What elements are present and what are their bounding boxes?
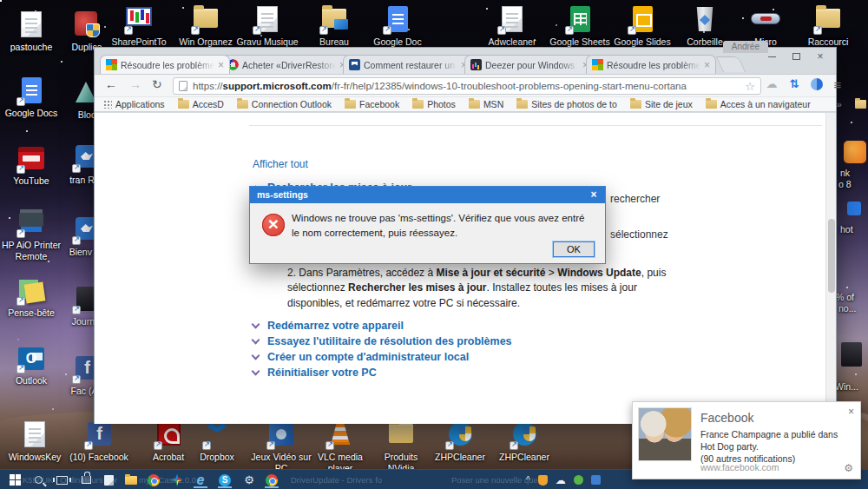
shortcut-arrow-icon <box>813 26 822 35</box>
close-button[interactable]: × <box>808 50 832 65</box>
notification-settings-icon[interactable]: ⚙ <box>844 462 853 474</box>
desktop-icon-google-sheets[interactable]: Google Sheets <box>549 5 611 48</box>
edge-taskbar-button[interactable]: e <box>191 472 210 488</box>
bookmark-outlook[interactable]: Connection Outlook <box>237 99 332 109</box>
dialog-title-bar[interactable]: ms-settings × <box>250 187 605 203</box>
shortcut-arrow-icon <box>72 164 81 173</box>
section-reset-pc[interactable]: Réinitialiser votre PC <box>253 367 377 379</box>
section-admin-account[interactable]: Créer un compte d'administrateur local <box>253 351 469 363</box>
desktop-icon-pastouche[interactable]: pastouche <box>0 10 62 53</box>
desktop-icon-youtube[interactable]: YouTube <box>0 144 62 187</box>
notification-photo <box>638 407 692 461</box>
folder-icon <box>412 100 424 109</box>
tab-resoudre-1[interactable]: Résoudre les problèmes d × <box>100 55 230 74</box>
skype-icon: S <box>219 474 231 486</box>
cloud-tray-icon[interactable]: ☁ <box>556 474 566 486</box>
store-button[interactable] <box>76 472 95 488</box>
bookmark-photos[interactable]: Photos <box>412 99 456 109</box>
blue-tray-icon[interactable] <box>591 475 601 485</box>
facebook-notification-toast[interactable]: × Facebook France Champagne a publié dan… <box>632 401 861 479</box>
desktop-icon-jeux-video[interactable]: Jeux Vidéo sur PC <box>250 420 312 473</box>
skype-taskbar-button[interactable]: S <box>215 472 234 488</box>
desktop-icon-facebook-10[interactable]: f(10) Facebook <box>68 420 130 463</box>
back-button[interactable]: ← <box>105 77 117 91</box>
scrollbar-thumb[interactable] <box>828 219 835 293</box>
address-bar[interactable]: https://support.microsoft.com/fr-fr/help… <box>173 77 761 95</box>
microsoft-favicon-icon <box>592 59 603 70</box>
swirl-extension-icon[interactable] <box>808 77 825 93</box>
new-tab-button[interactable] <box>716 56 746 72</box>
dialog-close-icon[interactable]: × <box>582 187 605 203</box>
tab-resoudre-2[interactable]: Résoudre les problèmes d × <box>586 55 716 74</box>
taskbar-search-button[interactable] <box>29 472 48 488</box>
notes-app-button[interactable] <box>99 472 118 488</box>
desktop-icon-raccourci[interactable]: Raccourci <box>797 5 859 48</box>
folder-icon <box>389 424 413 443</box>
settings-taskbar-button[interactable]: ⚙ <box>240 472 259 488</box>
maximize-button[interactable] <box>784 50 808 65</box>
start-button[interactable] <box>5 472 24 488</box>
folder-icon <box>345 100 356 109</box>
folder-icon <box>516 100 528 109</box>
desktop-icon-windowskey[interactable]: WindowsKey <box>3 420 66 463</box>
ok-button[interactable]: OK <box>553 241 595 257</box>
desktop-icon-nvidia-folder[interactable]: Produits NVidia <box>370 420 432 473</box>
bookmark-star-icon[interactable]: ☆ <box>745 80 755 93</box>
desktop-icon-doc-1[interactable]: Gravu Musique <box>236 5 299 48</box>
desktop-icon-zhpcleaner-2[interactable]: ZHPCleaner <box>493 420 556 463</box>
forward-button[interactable]: → <box>129 77 141 91</box>
desktop-icon-dropbox[interactable]: Dropbox <box>186 420 248 463</box>
bookmark-msn[interactable]: MSN <box>469 99 503 109</box>
page-scrollbar[interactable] <box>825 113 836 424</box>
tab-comment-restaurer[interactable]: Comment restaurer un p × <box>343 55 473 74</box>
desktop-icon-bureau[interactable]: Bureau <box>303 5 365 48</box>
shortcut-arrow-icon <box>202 441 211 450</box>
desktop-icon-google-slides[interactable]: Google Slides <box>611 5 674 48</box>
shortcut-arrow-icon <box>16 229 25 238</box>
section-troubleshooter[interactable]: Essayez l'utilitaire de résolution des p… <box>253 335 512 347</box>
desktop-icon-fragment[interactable] <box>840 139 868 165</box>
bookmark-navigateur[interactable]: Acces à un navigateur <box>706 99 811 109</box>
section-restart-device[interactable]: Redémarrez votre appareil <box>253 320 404 332</box>
tab-close-icon[interactable]: × <box>218 59 224 71</box>
bookmark-applications[interactable]: Applications <box>103 99 165 109</box>
desktop-icon-folder-1[interactable]: Win Organez <box>174 5 237 48</box>
tab-deezer[interactable]: Deezer pour Windows × <box>464 55 595 74</box>
desktop-icon-hp-printer[interactable]: HP AiO Printer Remote <box>0 208 62 261</box>
bookmark-sites-photos[interactable]: Sites de photos de to <box>516 99 617 109</box>
desktop-icon-sharepoint[interactable]: SharePointTo <box>108 5 170 48</box>
desktop-icon-gdoc-top[interactable]: Google Doc <box>366 5 429 48</box>
updown-extension-icon[interactable]: ⇅ <box>786 77 803 90</box>
recycle-bin-icon <box>695 7 714 31</box>
file-explorer-button[interactable] <box>122 472 141 488</box>
toast-close-icon[interactable]: × <box>848 406 854 418</box>
desktop-icon-fragment[interactable] <box>837 340 866 370</box>
other-bookmarks[interactable]: Autres favoris <box>855 99 868 109</box>
tray-chevron-icon[interactable]: ^ <box>526 475 530 485</box>
cloud-extension-icon[interactable]: ☁ <box>763 77 780 90</box>
desktop-icon-outlook[interactable]: OOutlook <box>0 344 62 387</box>
desktop-icon-adwcleaner[interactable]: Adwcleaner <box>481 5 543 48</box>
tab-driverrestore[interactable]: Acheter «DriverRestore × <box>221 55 352 74</box>
green-status-icon[interactable] <box>574 475 583 485</box>
minimize-button[interactable] <box>760 50 784 65</box>
shortcut-arrow-icon <box>72 375 81 384</box>
chrome-menu-icon[interactable]: ≡ <box>829 77 846 92</box>
security-shield-icon[interactable] <box>538 475 548 486</box>
desktop-icon-zhpcleaner-1[interactable]: ZHPCleaner <box>429 420 491 463</box>
bookmark-accesd[interactable]: AccesD <box>178 99 224 109</box>
bookmark-facebook[interactable]: Facebook <box>345 99 399 109</box>
desktop-icon-vlc[interactable]: VLC media player <box>309 420 372 473</box>
reload-button[interactable]: ↻ <box>152 77 162 91</box>
desktop-icon-pense-bete[interactable]: Pense-bête <box>0 276 62 319</box>
bookmarks-overflow-icon[interactable]: » <box>837 99 842 109</box>
chrome-taskbar-button[interactable] <box>144 472 163 488</box>
desktop-icon-fragment[interactable] <box>840 196 868 219</box>
task-view-button[interactable] <box>52 472 71 488</box>
photos-app-button[interactable] <box>168 472 187 488</box>
bookmark-site-jeux[interactable]: Site de jeux <box>630 99 693 109</box>
show-all-link[interactable]: Afficher tout <box>253 158 308 170</box>
desktop-icon-google-docs[interactable]: Google Docs <box>0 76 62 119</box>
chrome2-taskbar-button[interactable] <box>262 472 281 488</box>
tab-close-icon[interactable]: × <box>704 59 710 71</box>
